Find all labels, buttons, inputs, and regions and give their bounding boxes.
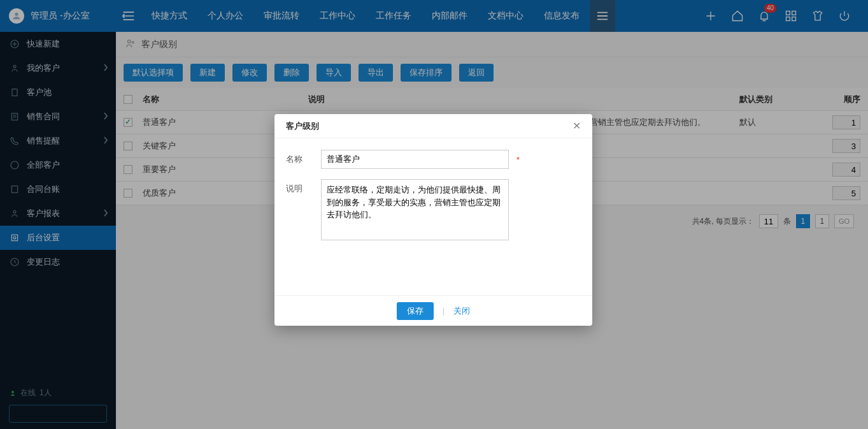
required-mark: * bbox=[516, 155, 520, 164]
modal-body: 名称 * 说明 bbox=[274, 138, 592, 295]
modal-title: 客户级别 bbox=[286, 120, 319, 132]
modal-separator: | bbox=[443, 306, 445, 316]
form-label-desc: 说明 bbox=[286, 179, 321, 194]
close-icon[interactable]: ✕ bbox=[573, 120, 581, 132]
modal-footer: 保存 | 关闭 bbox=[274, 295, 592, 326]
form-desc-textarea[interactable] bbox=[321, 179, 509, 240]
modal-save-button[interactable]: 保存 bbox=[397, 302, 434, 320]
form-label-name: 名称 bbox=[286, 150, 321, 165]
modal-close-button[interactable]: 关闭 bbox=[453, 305, 470, 317]
form-name-input[interactable] bbox=[321, 150, 509, 169]
modal-header: 客户级别 ✕ bbox=[274, 114, 592, 138]
modal-dialog: 客户级别 ✕ 名称 * 说明 保存 | 关闭 bbox=[274, 114, 592, 326]
